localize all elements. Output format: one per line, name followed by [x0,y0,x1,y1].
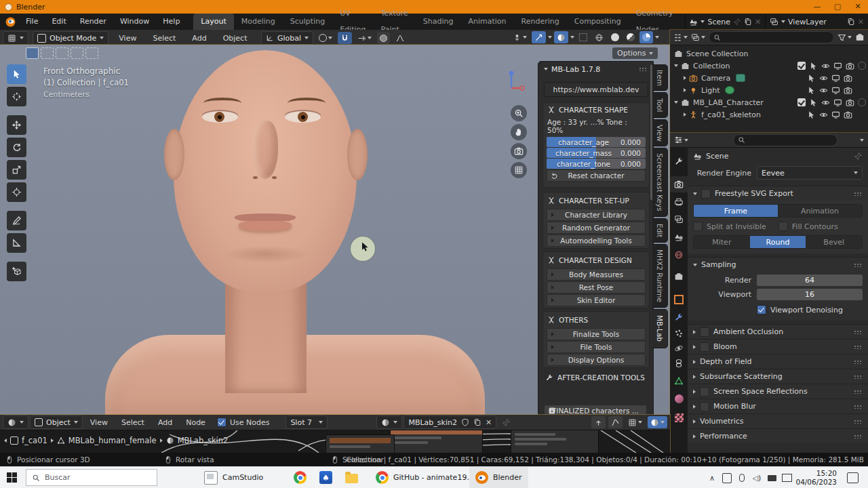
workspace-tab-shading[interactable]: Shading [416,14,461,30]
display-options-button[interactable]: Display Options [547,354,646,366]
collapse-icon[interactable] [544,68,548,70]
menu-window[interactable]: Window [113,14,156,30]
taskbar-clock[interactable]: 15:20 04/06/2023 [795,469,837,487]
tray-camera-icon[interactable] [765,471,778,485]
tab-view-layer-properties[interactable] [670,211,688,228]
fill-contours-checkbox[interactable] [778,222,788,231]
random-generator-button[interactable]: Random Generator [547,222,646,234]
freestyle-checkbox[interactable] [701,189,711,199]
menu-view[interactable]: View [113,34,142,43]
overlay-dropdown[interactable] [648,416,667,428]
shader-node-area[interactable]: f_ca01 MBLab_human_female MBLab_skin2 [0,430,670,453]
menu-node[interactable]: Node [180,418,212,427]
tool-cursor[interactable] [7,87,26,106]
disable-render-icon[interactable] [846,98,854,107]
properties-search-input[interactable] [733,134,837,146]
disable-viewport-icon[interactable] [833,98,842,107]
outliner-row-skeleton[interactable]: f_ca01_skeleton [674,108,868,121]
taskbar-search-input[interactable]: Buscar [26,469,157,486]
panel-subsurface-scattering[interactable]: Subsurface Scattering [688,369,868,384]
rest-pose-button[interactable]: Rest Pose [547,281,646,293]
outliner-row-collection[interactable]: Collection [674,60,868,72]
new-collection-button[interactable] [855,33,865,42]
fake-user-shield-icon[interactable] [461,418,469,426]
expand-icon[interactable] [684,76,686,80]
disable-viewport-icon[interactable] [831,86,840,95]
panel-performance[interactable]: Performance [688,428,868,443]
tray-microphone-icon[interactable] [735,471,749,485]
copy-material-icon[interactable] [473,418,481,426]
options-dropdown[interactable]: Options [612,47,658,59]
back-icon[interactable] [4,439,7,443]
mblab-url-button[interactable]: https://www.mblab.dev [544,82,648,97]
tab-view[interactable]: View [652,119,668,146]
viewport-samples-field[interactable]: 16 [757,289,863,300]
pin-icon[interactable] [854,152,863,161]
menu-help[interactable]: Help [156,14,186,30]
tab-object-properties[interactable] [670,291,688,308]
disable-viewport-icon[interactable] [833,62,842,70]
new-view-layer-icon[interactable] [847,18,855,26]
frame-button[interactable]: Frame [694,205,778,217]
tab-edit[interactable]: Edit [652,218,668,243]
snap-settings-dropdown[interactable] [355,32,374,44]
tray-window-icon[interactable] [720,471,734,485]
unlink-material-icon[interactable]: ✕ [486,418,492,427]
tab-output-properties[interactable] [670,194,688,210]
breadcrumb-material[interactable]: MBLab_skin2 [178,436,229,445]
skin-editor-button[interactable]: Skin Editor [547,294,646,306]
tab-particles-properties[interactable] [670,325,688,342]
taskbar-app-blender[interactable]: Blender [469,467,528,488]
select-invert-button[interactable] [71,47,83,59]
slider-character-tone[interactable]: character_tone0.000 [547,159,646,169]
axis-gizmo[interactable] [499,68,526,95]
split-at-invisible-checkbox[interactable] [693,222,703,231]
tab-item[interactable]: Item [652,64,668,91]
tab-constraints-properties[interactable] [670,355,688,371]
gizmos-toggle[interactable] [532,31,546,43]
tool-move[interactable] [7,115,26,135]
new-scene-icon[interactable] [744,18,752,26]
miter-button[interactable]: Miter [694,236,750,248]
panel-grip[interactable] [639,67,648,71]
menu-add[interactable]: Add [186,34,212,43]
shading-wireframe-button[interactable] [592,31,606,43]
use-nodes-checkbox[interactable] [217,418,226,427]
body-measures-button[interactable]: Body Measures [547,268,646,281]
automodelling-tools-button[interactable]: Automodelling Tools [547,235,646,247]
slot-dropdown[interactable]: Slot 7 [285,415,328,429]
disable-render-icon[interactable] [844,86,852,95]
menu-object[interactable]: Object [217,34,254,43]
unlink-scene-icon[interactable]: ✕ [755,18,761,26]
sampling-panel-header[interactable]: Sampling [688,257,868,272]
menu-select[interactable]: Select [115,418,151,427]
panel-ambient-occlusion[interactable]: Ambient Occlusion [688,324,868,339]
tab-collection-properties[interactable] [670,268,688,285]
breadcrumb-mesh[interactable]: MBLab_human_female [68,436,157,445]
mode-dropdown[interactable]: Object Mode [33,31,108,45]
render-engine-dropdown[interactable]: Eevee [757,166,863,180]
workspace-tab-modeling[interactable]: Modeling [234,14,283,30]
render-samples-field[interactable]: 64 [757,274,863,286]
pan-button[interactable] [511,124,527,140]
workspace-tab-animation[interactable]: Animation [460,14,513,30]
tab-mhx2-runtime[interactable]: MHX2 Runtime [652,244,668,308]
tab-world-properties[interactable] [670,247,688,263]
outliner-row-light[interactable]: Light [674,84,868,96]
tab-modifier-properties[interactable] [670,309,688,325]
filter-icon[interactable] [860,139,864,142]
expand-icon[interactable] [674,101,678,104]
pin-icon[interactable] [502,418,511,427]
proportional-editing-toggle[interactable] [377,32,390,44]
disable-render-icon[interactable] [844,74,852,83]
expand-icon[interactable] [684,113,686,117]
display-mode-dropdown[interactable] [673,33,688,42]
material-name-field[interactable]: MBLab_skin2 ✕ [403,415,496,429]
exclude-checkbox[interactable] [797,62,806,70]
panel-depth-of-field[interactable]: Depth of Field [688,354,868,369]
notification-center-button[interactable] [847,472,859,483]
tab-render-properties[interactable] [670,176,688,192]
pin-icon[interactable] [733,18,741,26]
shading-rendered-button[interactable] [639,31,653,43]
shading-material-button[interactable] [624,31,637,43]
